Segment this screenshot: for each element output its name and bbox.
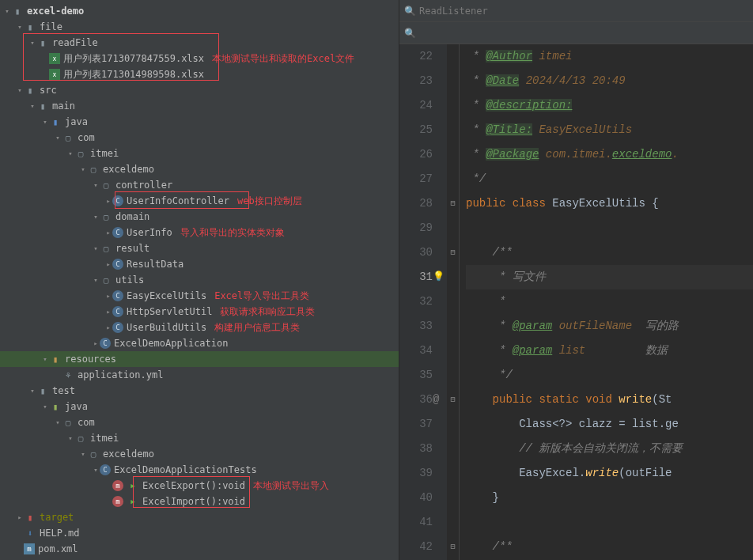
tree-item[interactable]: ▾ ▮ resources bbox=[0, 351, 399, 367]
file-label: UserInfoController bbox=[127, 195, 229, 206]
annotation-text: 本地测试导出导入 bbox=[253, 479, 329, 493]
tree-item[interactable]: ▾ ▮ src bbox=[0, 82, 399, 98]
tree-file[interactable]: ▾ C ExcelDemoApplicationTests bbox=[0, 462, 399, 478]
chevron-down-icon: ▾ bbox=[92, 213, 100, 221]
search-text: ReadListener bbox=[419, 6, 488, 17]
project-tree[interactable]: ▾ ▮ excel-demo ▾ ▮ file ▾ ▮ readFile x 用… bbox=[0, 0, 399, 560]
tree-file[interactable]: ▸ C UserBuildUtils 构建用户信息工具类 bbox=[0, 320, 399, 335]
chevron-right-icon: ▸ bbox=[104, 292, 112, 300]
folder-label: resources bbox=[65, 354, 116, 365]
bulb-icon[interactable]: 💡 bbox=[433, 265, 445, 289]
chevron-down-icon: ▾ bbox=[92, 244, 100, 252]
tree-item[interactable]: ▾ ▢ controller bbox=[0, 177, 399, 193]
package-icon: ▢ bbox=[100, 179, 112, 191]
tree-file[interactable]: ▸ C UserInfoController web接口控制层 bbox=[0, 193, 399, 209]
tree-root[interactable]: ▾ ▮ excel-demo bbox=[0, 3, 399, 19]
run-icon: ▶ bbox=[127, 495, 139, 508]
package-icon: ▢ bbox=[74, 432, 87, 445]
tree-item[interactable]: ▾ ▢ exceldemo bbox=[0, 446, 399, 462]
folder-icon: ▮ bbox=[36, 36, 49, 49]
tree-file[interactable]: x 用户列表1713077847559.xlsx 本地测试导出和读取的Excel… bbox=[0, 51, 399, 66]
file-label: ExcelDemoApplicationTests bbox=[114, 464, 257, 475]
file-label: 用户列表1713014989598.xlsx bbox=[63, 68, 204, 81]
tree-file[interactable]: m pom.xml bbox=[0, 541, 399, 557]
chevron-right-icon: ▸ bbox=[104, 324, 112, 331]
tree-item[interactable]: ▾ ▢ com bbox=[0, 130, 399, 146]
tree-item[interactable]: ▾ ▢ result bbox=[0, 240, 399, 256]
folder-label: target bbox=[40, 512, 74, 523]
chevron-down-icon: ▾ bbox=[41, 355, 49, 363]
search-bar-top[interactable]: 🔍 ReadListener bbox=[399, 0, 753, 22]
tree-item[interactable]: ▾ ▢ itmei bbox=[0, 430, 399, 446]
chevron-down-icon: ▾ bbox=[79, 450, 87, 458]
tree-item[interactable]: ▸ ▮ target bbox=[0, 509, 399, 525]
chevron-down-icon: ▾ bbox=[79, 165, 87, 173]
annotation-text: 获取请求和响应工具类 bbox=[220, 305, 315, 319]
code-editor[interactable]: 22 23 24 25 26 27 28 29 30 💡31 32 33 34 … bbox=[399, 44, 753, 560]
chevron-right-icon: ▸ bbox=[16, 513, 24, 521]
tree-file[interactable]: ▸ C ResultData bbox=[0, 256, 399, 272]
tree-item[interactable]: ▾ ▮ java bbox=[0, 114, 399, 130]
tree-item[interactable]: ▾ ▮ readFile bbox=[0, 35, 399, 51]
tree-item[interactable]: ▾ ▮ java bbox=[0, 399, 399, 414]
chevron-down-icon: ▾ bbox=[28, 102, 36, 110]
chevron-down-icon: ▾ bbox=[16, 23, 24, 31]
folder-icon: ▮ bbox=[49, 115, 62, 128]
file-label: HttpServletUtil bbox=[127, 306, 212, 317]
tree-file[interactable]: ▸ C HttpServletUtil 获取请求和响应工具类 bbox=[0, 304, 399, 320]
tree-file[interactable]: ▸ C EasyExcelUtils Excel导入导出工具类 bbox=[0, 288, 399, 304]
file-label: 用户列表1713077847559.xlsx bbox=[63, 52, 204, 66]
chevron-right-icon: ▸ bbox=[104, 308, 112, 316]
folder-label: java bbox=[65, 116, 88, 127]
tree-file[interactable]: ▸ C UserInfo 导入和导出的实体类对象 bbox=[0, 225, 399, 240]
chevron-down-icon: ▾ bbox=[28, 387, 36, 395]
tree-file[interactable]: ▸ C ExcelDemoApplication bbox=[0, 335, 399, 351]
folder-label: main bbox=[52, 100, 75, 112]
class-icon: C bbox=[100, 464, 111, 475]
code-area[interactable]: * @Author itmei * @Date 2024/4/13 20:49 … bbox=[460, 44, 753, 560]
tree-item[interactable]: ▾ ▢ com bbox=[0, 414, 399, 430]
project-name: excel-demo bbox=[27, 6, 84, 17]
folder-label: com bbox=[78, 417, 95, 428]
override-icon: @ bbox=[433, 388, 439, 412]
tree-item[interactable]: ▾ ▮ main bbox=[0, 98, 399, 114]
folder-label: com bbox=[78, 132, 95, 143]
chevron-down-icon: ▾ bbox=[92, 466, 100, 474]
tree-item[interactable]: ▾ ▢ exceldemo bbox=[0, 161, 399, 177]
annotation-text: 本地测试导出和读取的Excel文件 bbox=[212, 52, 354, 66]
folder-icon: ▮ bbox=[24, 511, 36, 524]
class-icon: C bbox=[112, 227, 123, 238]
folder-label: result bbox=[115, 243, 149, 254]
fold-column[interactable]: ⊟⊟ ⊟ ⊟ bbox=[447, 44, 460, 560]
md-icon: ⬇ bbox=[24, 527, 36, 539]
folder-label: readFile bbox=[52, 37, 98, 48]
maven-icon: m bbox=[24, 543, 35, 554]
folder-icon: ▮ bbox=[49, 400, 62, 413]
folder-label: controller bbox=[115, 180, 172, 191]
tree-item[interactable]: ▾ ▮ test bbox=[0, 383, 399, 399]
tree-item[interactable]: ▾ ▢ itmei bbox=[0, 146, 399, 161]
chevron-down-icon: ▾ bbox=[16, 86, 24, 94]
chevron-right-icon: ▸ bbox=[92, 339, 100, 347]
file-label: EasyExcelUtils bbox=[127, 290, 206, 301]
tree-file[interactable]: x 用户列表1713014989598.xlsx bbox=[0, 66, 399, 82]
tree-item[interactable]: ▾ ▢ domain bbox=[0, 209, 399, 225]
chevron-down-icon: ▾ bbox=[54, 134, 62, 142]
tree-file[interactable]: ⚘ application.yml bbox=[0, 367, 399, 383]
tree-file[interactable]: ⬇ HELP.md bbox=[0, 525, 399, 541]
file-label: pom.xml bbox=[38, 543, 78, 554]
tree-method[interactable]: m ▶ ExcelImport():void bbox=[0, 494, 399, 509]
folder-label: file bbox=[40, 21, 62, 32]
tree-item[interactable]: ▾ ▮ file bbox=[0, 19, 399, 35]
file-label: ExcelDemoApplication bbox=[114, 338, 229, 349]
tree-method[interactable]: m ▶ ExcelExport():void 本地测试导出导入 bbox=[0, 478, 399, 494]
tree-item[interactable]: ▾ ▢ utils bbox=[0, 272, 399, 288]
file-label: ResultData bbox=[127, 259, 184, 270]
folder-icon: ▮ bbox=[36, 100, 49, 112]
file-label: UserBuildUtils bbox=[127, 322, 206, 333]
search-bar-second[interactable]: 🔍 bbox=[399, 22, 753, 44]
chevron-down-icon: ▾ bbox=[41, 403, 49, 411]
chevron-down-icon: ▾ bbox=[92, 181, 100, 189]
yml-icon: ⚘ bbox=[62, 369, 74, 381]
chevron-down-icon: ▾ bbox=[66, 149, 74, 157]
